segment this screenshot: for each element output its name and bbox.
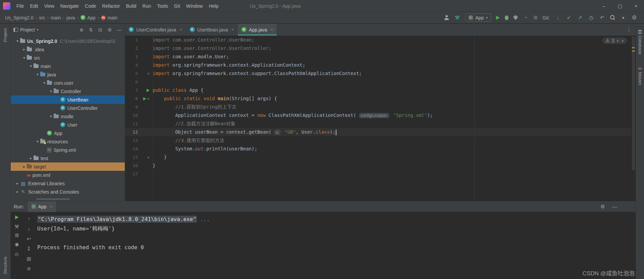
- console-line[interactable]: "C:\Program Files\Java\jdk1.8.0_241\bin\…: [37, 215, 636, 224]
- chevron-down-icon[interactable]: ▾: [35, 72, 40, 77]
- chevron-down-icon[interactable]: ▾: [35, 139, 40, 144]
- collaboration-icon[interactable]: [444, 15, 449, 20]
- search-everywhere-icon[interactable]: [610, 15, 615, 20]
- code-line-16[interactable]: 16}: [125, 161, 631, 170]
- scroll-to-end-icon[interactable]: ↧: [26, 246, 32, 252]
- line-number[interactable]: 5: [125, 71, 141, 76]
- soft-wrap-icon[interactable]: ↩: [26, 235, 32, 241]
- minimize-button[interactable]: –: [596, 0, 612, 12]
- menu-refactor[interactable]: Refactor: [99, 0, 123, 12]
- menu-view[interactable]: View: [41, 0, 57, 12]
- code-line-10[interactable]: 10 ApplicationContext context = new Clas…: [125, 111, 631, 120]
- chevron-right-icon[interactable]: ▸: [28, 156, 34, 160]
- close-button[interactable]: ×: [628, 0, 644, 12]
- code-line-8[interactable]: 8∨ public static void main(String[] args…: [125, 94, 631, 103]
- line-number[interactable]: 14: [125, 146, 141, 151]
- tab-usercontroller-java[interactable]: CUserController.java×: [125, 24, 186, 36]
- tool-stripe-tab-maven[interactable]: mMaven: [638, 66, 643, 85]
- tab-userbean-java[interactable]: CUserBean.java×: [186, 24, 238, 36]
- tree-item-userbean[interactable]: CUserBean: [11, 95, 125, 104]
- stop-icon[interactable]: [15, 233, 19, 237]
- stop-icon[interactable]: [534, 16, 537, 19]
- dump-threads-icon[interactable]: ◉: [14, 241, 20, 247]
- code-line-11[interactable]: 11 //2.加载方法注解Bean对象: [125, 120, 631, 128]
- profile-icon[interactable]: ●: [620, 15, 626, 21]
- close-icon[interactable]: ×: [271, 27, 273, 32]
- hide-icon[interactable]: —: [116, 27, 122, 33]
- debug-icon[interactable]: [505, 15, 508, 20]
- expand-all-icon[interactable]: ⇅: [88, 27, 94, 33]
- tab-app-java[interactable]: CApp.java×: [238, 24, 277, 36]
- code-line-15[interactable]: 15∧ }: [125, 153, 631, 161]
- clear-all-icon[interactable]: ⊘: [26, 266, 32, 272]
- line-number[interactable]: 9: [125, 104, 141, 110]
- prev-warning-icon[interactable]: ∧: [616, 39, 619, 43]
- run-config-select[interactable]: App▾: [465, 13, 491, 22]
- editor[interactable]: 1import com.user.Controller.UserBean;2im…: [125, 36, 636, 201]
- settings-icon[interactable]: ⚙: [631, 15, 637, 21]
- close-icon[interactable]: ×: [50, 204, 53, 209]
- code-line-6[interactable]: 6: [125, 78, 631, 86]
- menu-window[interactable]: Window: [183, 0, 206, 12]
- settings-icon[interactable]: ⚙: [107, 27, 113, 33]
- menu-git[interactable]: Git: [171, 0, 183, 12]
- chevron-down-icon[interactable]: ▾: [21, 56, 27, 60]
- chevron-right-icon[interactable]: ▸: [21, 164, 27, 169]
- tree-item-java[interactable]: ▾java: [11, 70, 125, 79]
- profiler-icon[interactable]: ◔: [523, 15, 529, 21]
- chevron-down-icon[interactable]: ▾: [28, 64, 34, 68]
- tool-stripe-tab-database[interactable]: Database: [638, 30, 643, 55]
- line-number[interactable]: 4: [125, 63, 141, 68]
- line-number[interactable]: 13: [125, 138, 141, 143]
- chevron-down-icon[interactable]: ▾: [48, 114, 54, 119]
- up-stack-trace-icon[interactable]: ↑: [26, 215, 32, 221]
- close-icon[interactable]: ×: [179, 27, 182, 32]
- console-line[interactable]: Process finished with exit code 0: [37, 243, 636, 252]
- warning-stripe-mark[interactable]: [632, 47, 635, 48]
- line-number[interactable]: 8: [125, 96, 141, 101]
- chevron-down-icon[interactable]: ▾: [42, 81, 47, 85]
- menu-code[interactable]: Code: [82, 0, 99, 12]
- breadcrumb-main[interactable]: main: [50, 15, 62, 20]
- tree-item-user[interactable]: CUser: [11, 121, 125, 129]
- menu-run[interactable]: Run: [140, 0, 154, 12]
- settings-icon[interactable]: ⚙: [14, 251, 20, 257]
- run-line-icon[interactable]: [147, 89, 150, 92]
- menu-navigate[interactable]: Navigate: [57, 0, 82, 12]
- close-icon[interactable]: ×: [231, 27, 234, 32]
- run-icon[interactable]: [496, 16, 500, 20]
- print-icon[interactable]: ▤: [26, 256, 32, 262]
- code-line-5[interactable]: 5∨import org.springframework.context.sup…: [125, 69, 631, 78]
- console-output[interactable]: "C:\Program Files\Java\jdk1.8.0_241\bin\…: [35, 212, 636, 279]
- line-number[interactable]: 3: [125, 54, 141, 59]
- tree-item-target[interactable]: ▸target: [11, 162, 125, 171]
- commit-icon[interactable]: ✔: [566, 15, 572, 21]
- settings-icon[interactable]: ⚙: [600, 204, 606, 210]
- console-line[interactable]: [37, 233, 636, 243]
- tree-item-src[interactable]: ▾src: [11, 54, 125, 62]
- menu-tools[interactable]: Tools: [154, 0, 171, 12]
- tree-item-main[interactable]: ▾main: [11, 62, 125, 70]
- maximize-button[interactable]: ▢: [612, 0, 628, 12]
- breadcrumb-src[interactable]: src: [38, 15, 46, 20]
- chevron-right-icon[interactable]: ▸: [15, 181, 20, 186]
- chevron-right-icon[interactable]: ▸: [15, 190, 20, 194]
- breadcrumb-us-spring2-0[interactable]: Us_Spring2.0: [4, 15, 35, 20]
- line-number[interactable]: 16: [125, 163, 141, 168]
- line-number[interactable]: 12: [125, 130, 141, 135]
- project-stripe-tab[interactable]: Project: [0, 28, 10, 42]
- tree-item-pom-xml[interactable]: mpom.xml: [11, 171, 125, 179]
- chevron-right-icon[interactable]: ▸: [21, 47, 27, 52]
- run-tab-app[interactable]: App ×: [28, 201, 56, 212]
- chevron-down-icon[interactable]: ▾: [15, 39, 20, 43]
- update-project-icon[interactable]: ↓: [555, 15, 561, 21]
- run-with-coverage-icon[interactable]: [514, 15, 518, 20]
- line-number[interactable]: 15: [125, 155, 141, 160]
- tree-item-spring-xml[interactable]: <>Spring.xml: [11, 146, 125, 154]
- more-tabs-icon[interactable]: ⋮: [623, 24, 636, 36]
- library-icon[interactable]: ▤: [20, 181, 26, 187]
- line-number[interactable]: 17: [125, 171, 141, 177]
- run-line-icon[interactable]: [143, 97, 146, 100]
- tree-item-app[interactable]: CApp: [11, 129, 125, 137]
- code-line-3[interactable]: 3import com.user.modle.User;: [125, 53, 631, 61]
